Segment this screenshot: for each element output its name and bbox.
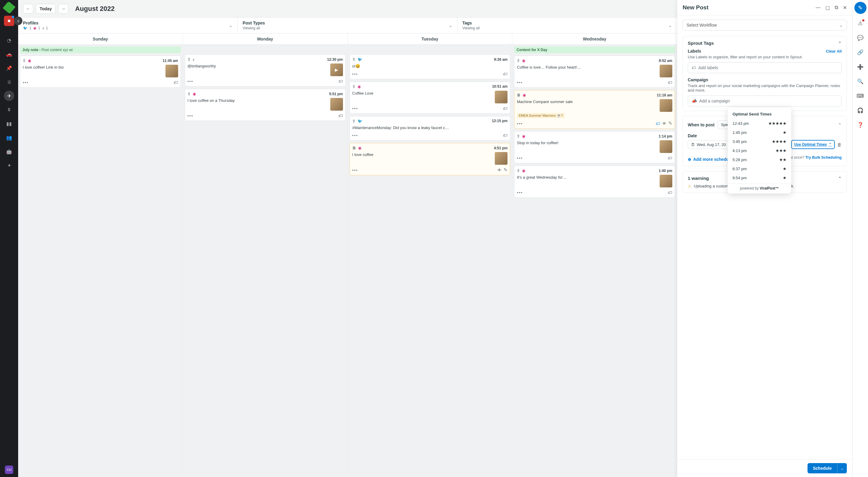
nav-people[interactable]: 👥 (4, 132, 14, 143)
post-card[interactable]: ◉1:14 pm Stop in today for coffee! •••🏷 (514, 131, 675, 163)
optimal-time-row[interactable]: 12:43 pm★★★★★ (728, 119, 791, 128)
nav-pinned[interactable]: 📌 (4, 63, 14, 73)
schedule-dropdown-button[interactable]: ⌄ (837, 463, 847, 473)
add-schedule-link[interactable]: ⊕ Add more schedul (688, 157, 730, 162)
chevron-up-icon[interactable]: ⌃ (838, 122, 842, 127)
optimal-time-row[interactable]: 4:13 pm★★★ (728, 146, 791, 155)
tag-icon[interactable]: 🏷 (338, 113, 343, 118)
chevron-down-icon: ⌄ (229, 23, 232, 28)
optimal-time-row[interactable]: 6:37 pm★ (728, 164, 791, 173)
more-icon[interactable]: ••• (517, 156, 523, 160)
day-tuesday: Tuesday (348, 34, 513, 44)
more-icon[interactable]: ••• (352, 72, 359, 76)
post-card[interactable]: 🐦9:26 am oi😄 •••🏷 (350, 55, 510, 79)
clear-all-link[interactable]: Clear All (826, 49, 842, 54)
schedule-button[interactable]: Schedule (807, 463, 837, 473)
note-xday[interactable]: Content for X Day (514, 46, 675, 53)
add-icon[interactable]: ➕ (855, 62, 866, 72)
help-icon[interactable]: ❓ (855, 120, 866, 130)
post-card[interactable]: ◉4:51 pm I love coffee •••👁 ✎ (350, 143, 510, 175)
keyboard-icon[interactable]: ⌨ (855, 91, 866, 101)
tag-icon[interactable]: 🏷 (656, 121, 660, 126)
use-optimal-times-button[interactable]: Use Optimal Times ⌃ (791, 140, 835, 149)
labels-input[interactable]: 🏷 Add labels (688, 62, 842, 73)
edit-icon[interactable]: ✎ (669, 121, 672, 126)
bulk-scheduling-link[interactable]: Try Bulk Scheduling (805, 155, 842, 160)
scheduled-icon (23, 58, 26, 63)
prev-button[interactable]: ← (23, 4, 33, 13)
messages-icon[interactable]: 💬 (855, 33, 866, 43)
campaign-input[interactable]: 📣 Add a campaign (688, 96, 842, 106)
tag-icon[interactable]: 🏷 (338, 78, 343, 84)
post-card[interactable]: ◉5:51 pm I love coffee on a Thursday •••… (185, 89, 346, 121)
day-monday: Monday (183, 34, 348, 44)
post-card[interactable]: ◉1:40 pm It's a great Wednesday for… •••… (514, 166, 675, 198)
filter-tags[interactable]: Tags Viewing all ⌄ (458, 18, 677, 33)
popout-icon[interactable]: ⧉ (835, 5, 838, 10)
nav-dashboard[interactable]: ◔ (4, 35, 14, 45)
preview-icon[interactable]: 👁 (662, 121, 666, 126)
tag-icon[interactable]: 🏷 (668, 80, 672, 85)
section-when-to-post: When to post Specif ⌃ Date 🗓 Wed, Aug 17… (683, 116, 847, 166)
post-card[interactable]: ◉10:51 am Coffee Love •••🏷 (350, 82, 510, 114)
nav-list[interactable]: ≣ (4, 77, 14, 87)
tag-icon[interactable]: 🏷 (503, 71, 507, 76)
tag-icon[interactable]: 🏷 (503, 106, 507, 111)
twitter-icon: 🐦 (358, 57, 362, 62)
close-icon[interactable]: ✕ (843, 5, 847, 10)
tag-icon[interactable]: 🏷 (174, 80, 178, 85)
more-icon[interactable]: ••• (517, 190, 523, 195)
preview-icon[interactable]: 👁 (497, 167, 502, 172)
nav-reports[interactable]: ▮▮ (4, 119, 14, 129)
more-icon[interactable]: ••• (187, 114, 193, 118)
post-card[interactable]: ♪12:30 pm @britlangworthy •••🏷 (185, 55, 346, 87)
nav-publishing[interactable]: ✈ (4, 91, 14, 101)
alerts-icon[interactable]: ⚠ (855, 18, 866, 28)
tag-icon[interactable]: 🏷 (503, 133, 507, 138)
chevron-up-icon[interactable]: ⌃ (838, 41, 842, 45)
post-card[interactable]: ◉9:52 am Coffee is love… Follow your hea… (514, 56, 675, 88)
restore-icon[interactable]: ▢ (825, 5, 830, 10)
minimize-icon[interactable]: — (816, 5, 820, 10)
post-card-selected[interactable]: ◉11:16 am Machine Compare summer sale EM… (514, 90, 675, 129)
nav-reviews[interactable]: ✦ (4, 160, 14, 170)
nav-feeds[interactable]: 🚗 (4, 49, 14, 59)
more-icon[interactable]: ••• (517, 121, 523, 126)
today-button[interactable]: Today (36, 4, 56, 13)
tag-icon[interactable]: 🏷 (668, 155, 672, 160)
link-icon[interactable]: 🔗 (855, 47, 866, 57)
collapse-rail-button[interactable]: ›| (14, 17, 22, 25)
chevron-up-icon[interactable]: ⌃ (838, 176, 842, 181)
filter-post-types[interactable]: Post Types Viewing all ⌄ (238, 18, 457, 33)
post-card[interactable]: ◉11:45 am I love coffee! Link in bio •••… (20, 56, 181, 88)
post-card[interactable]: 🐦12:15 pm #MaintenanceMonday: Did you kn… (350, 116, 510, 141)
more-icon[interactable]: ••• (517, 80, 523, 85)
support-icon[interactable]: 🎧 (855, 105, 866, 116)
scheduled-icon (517, 134, 520, 138)
next-button[interactable]: → (58, 4, 68, 13)
search-icon[interactable]: 🔍 (855, 76, 866, 87)
user-avatar[interactable]: CH (5, 466, 13, 474)
optimal-time-row[interactable]: 5:28 pm★★ (728, 155, 791, 164)
more-icon[interactable]: ••• (23, 80, 29, 85)
filter-profiles[interactable]: Profiles 🐦1 ◉1 ♪1 ⌄ (18, 18, 238, 33)
more-icon[interactable]: ••• (187, 79, 193, 84)
optimal-time-row[interactable]: 3:45 pm★★★★ (728, 137, 791, 146)
optimal-time-row[interactable]: 1:45 pm★ (728, 128, 791, 137)
delete-schedule-icon[interactable]: 🗑 (837, 142, 842, 147)
more-icon[interactable]: ••• (352, 168, 359, 172)
edit-icon[interactable]: ✎ (503, 167, 507, 172)
filter-profiles-label: Profiles (23, 21, 48, 25)
note-july[interactable]: July note - Post content xyz wi (20, 46, 181, 53)
workflow-select[interactable]: Select Workflow ⌄ (683, 20, 847, 31)
instagram-icon: ◉ (522, 58, 525, 63)
more-icon[interactable]: ••• (352, 106, 359, 110)
nav-listening[interactable]: ⏸ (4, 104, 14, 115)
optimal-time-row[interactable]: 9:54 pm★ (728, 173, 791, 182)
more-icon[interactable]: ••• (352, 133, 359, 137)
nav-bot[interactable]: 🤖 (4, 146, 14, 157)
compose-button[interactable]: ✎ (855, 2, 867, 14)
nav-alerts[interactable]: ■ (4, 16, 14, 26)
optimal-times-popover: Optimal Send Times 12:43 pm★★★★★1:45 pm★… (728, 107, 791, 193)
tag-icon[interactable]: 🏷 (668, 190, 672, 195)
